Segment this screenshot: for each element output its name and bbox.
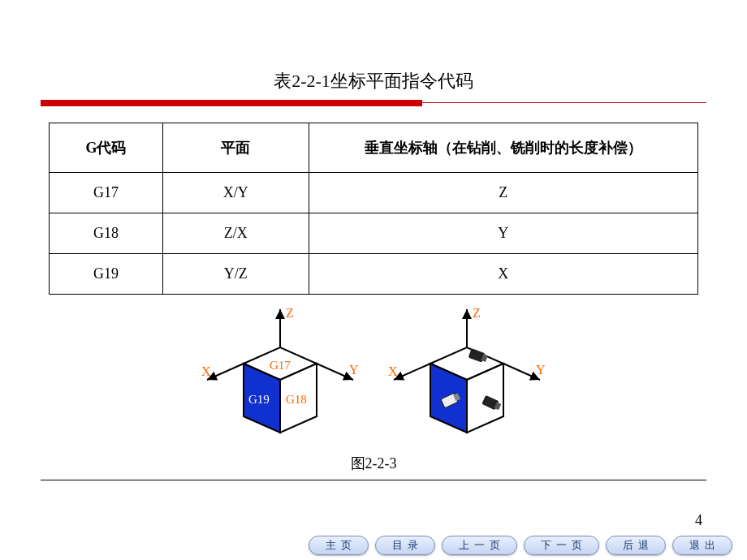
nav-home-button[interactable]: 主页 — [309, 536, 369, 555]
cell-gcode: G17 — [50, 173, 163, 213]
page-number: 4 — [695, 512, 702, 529]
svg-line-1 — [207, 364, 244, 380]
figure-caption: 图2-2-3 — [0, 454, 747, 473]
nav-prev-button[interactable]: 上一页 — [442, 536, 517, 555]
table-header-row: G代码 平面 垂直坐标轴（在钻削、铣削时的长度补偿） — [50, 123, 698, 173]
axis-y-label: Y — [536, 363, 546, 377]
header-axis: 垂直坐标轴（在钻削、铣削时的长度补偿） — [309, 123, 697, 173]
table-row: G19 Y/Z X — [50, 254, 698, 295]
cube-diagrams: Z X Y G17 G19 G18 Z X Y — [0, 303, 747, 449]
axis-x-label: X — [201, 364, 211, 378]
table-row: G18 Z/X Y — [50, 213, 698, 254]
face-right-label: G18 — [286, 393, 307, 406]
axis-y-label: Y — [349, 363, 359, 377]
cube-tools: Z X Y — [382, 303, 552, 449]
axis-z-label: Z — [286, 306, 294, 320]
cell-axis: Z — [309, 173, 697, 213]
header-plane: 平面 — [162, 123, 309, 173]
nav-next-button[interactable]: 下一页 — [524, 536, 599, 555]
cell-axis: X — [309, 254, 697, 295]
nav-toc-button[interactable]: 目录 — [375, 536, 435, 555]
face-top-label: G17 — [270, 359, 291, 372]
cell-plane: X/Y — [162, 173, 309, 213]
svg-line-7 — [394, 364, 430, 380]
cell-plane: Y/Z — [162, 254, 309, 295]
svg-line-2 — [317, 364, 353, 380]
cell-gcode: G19 — [50, 254, 163, 295]
svg-line-8 — [503, 364, 540, 380]
title-underline — [41, 100, 706, 106]
header-gcode: G代码 — [50, 123, 163, 173]
nav-bar: 主页 目录 上一页 下一页 后退 退出 — [309, 536, 732, 555]
table-row: G17 X/Y Z — [50, 173, 698, 213]
axis-x-label: X — [388, 364, 398, 378]
cube-labeled: Z X Y G17 G19 G18 — [195, 303, 365, 449]
page-divider — [41, 480, 706, 480]
nav-exit-button[interactable]: 退出 — [672, 536, 732, 555]
cell-gcode: G18 — [50, 213, 163, 254]
gcode-table: G代码 平面 垂直坐标轴（在钻削、铣削时的长度补偿） G17 X/Y Z G18… — [49, 123, 698, 295]
cell-axis: Y — [309, 213, 697, 254]
face-left-label: G19 — [248, 393, 270, 406]
axis-z-label: Z — [473, 306, 481, 320]
cell-plane: Z/X — [162, 213, 309, 254]
nav-back-button[interactable]: 后退 — [606, 536, 666, 555]
table-title: 表2-2-1坐标平面指令代码 — [0, 69, 747, 93]
